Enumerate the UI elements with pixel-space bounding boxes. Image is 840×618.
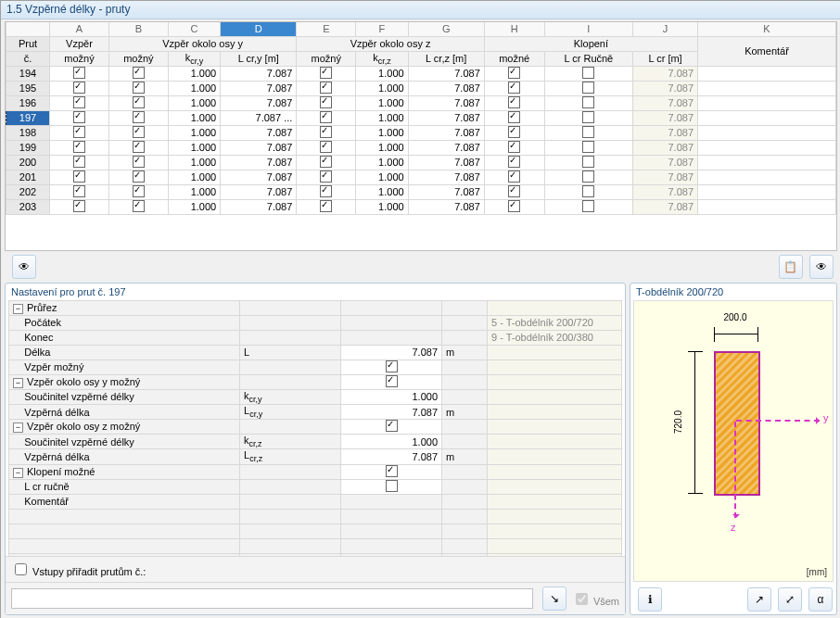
cell-mozny-y[interactable] [108,81,168,95]
cell-mozny-z[interactable] [297,66,356,81]
cell-komentar[interactable] [698,184,836,199]
cell-lcr-rucne[interactable] [544,66,632,81]
cell-mozny-z[interactable] [297,155,356,170]
detail-value[interactable] [341,494,442,509]
col-letter[interactable]: E [297,22,356,37]
table-row[interactable]: 1961.0007.0871.0007.0877.087 [6,95,836,110]
cell-lcrz[interactable]: 7.087 [408,184,484,199]
row-number[interactable]: 200 [6,155,50,170]
cell-klopeni-mozne[interactable] [484,184,544,199]
cell-kcrz[interactable]: 1.000 [356,95,408,110]
cell-komentar[interactable] [698,110,836,125]
cell-lcr-rucne[interactable] [544,95,632,110]
cell-kcrz[interactable]: 1.000 [356,170,408,184]
cell-mozny-y[interactable] [108,110,168,125]
cell-lcry[interactable]: 7.087 [221,184,297,199]
info-button[interactable]: ℹ [638,587,662,612]
cell-klopeni-mozne[interactable] [484,199,544,214]
cell-kcrz[interactable]: 1.000 [356,125,408,140]
col-letter[interactable]: K [698,22,836,37]
cell-lcry[interactable]: 7.087 [221,66,297,81]
cell-mozny-z[interactable] [297,199,356,214]
detail-value[interactable]: 7.087 [341,404,442,419]
col-letter[interactable]: D [221,22,297,37]
cell-mozny-y[interactable] [108,184,168,199]
cell-kcrz[interactable]: 1.000 [356,110,408,125]
col-letter[interactable]: F [356,22,408,37]
cell-mozny-z[interactable] [297,140,356,155]
detail-value[interactable]: 1.000 [341,435,442,449]
cell-mozny-y[interactable] [108,95,168,110]
cell-lcr-rucne[interactable] [544,199,632,214]
cell-kcry[interactable]: 1.000 [168,66,220,81]
cell-komentar[interactable] [698,125,836,140]
cell-mozny-z[interactable] [297,95,356,110]
cell-komentar[interactable] [698,66,836,81]
cell-lcry[interactable]: 7.087 [221,125,297,140]
table-row[interactable]: 1941.0007.0871.0007.0877.087 [6,66,836,81]
cell-vzper-mozny[interactable] [50,110,109,125]
row-number[interactable]: 194 [6,66,50,81]
col-letter[interactable]: I [544,22,632,37]
table-row[interactable]: 1971.0007.087 ...1.0007.0877.087 [6,110,836,125]
pick-members-button[interactable]: ↘ [542,586,566,611]
col-letter[interactable]: G [408,22,484,37]
cell-kcrz[interactable]: 1.000 [356,155,408,170]
cell-lcr-rucne[interactable] [544,184,632,199]
detail-value[interactable]: 7.087 [341,449,442,464]
cell-klopeni-mozne[interactable] [484,125,544,140]
cell-lcrz[interactable]: 7.087 [408,155,484,170]
cell-mozny-y[interactable] [108,170,168,184]
cell-lcry[interactable]: 7.087 [221,199,297,214]
cell-klopeni-mozne[interactable] [484,66,544,81]
cell-mozny-z[interactable] [297,125,356,140]
tree-toggle-icon[interactable]: − [13,378,23,388]
cell-vzper-mozny[interactable] [50,155,109,170]
cell-mozny-y[interactable] [108,199,168,214]
cell-kcry[interactable]: 1.000 [168,199,220,214]
detail-value[interactable]: 7.087 [341,345,442,359]
cell-klopeni-mozne[interactable] [484,155,544,170]
cell-vzper-mozny[interactable] [50,66,109,81]
table-row[interactable]: 2021.0007.0871.0007.0877.087 [6,184,836,199]
cell-kcry[interactable]: 1.000 [168,81,220,95]
cell-klopeni-mozne[interactable] [484,140,544,155]
cell-kcry[interactable]: 1.000 [168,155,220,170]
cell-vzper-mozny[interactable] [50,184,109,199]
row-number[interactable]: 198 [6,125,50,140]
col-letter[interactable]: C [168,22,220,37]
col-letter[interactable]: B [108,22,168,37]
cell-kcry[interactable]: 1.000 [168,110,220,125]
cell-komentar[interactable] [698,140,836,155]
cell-mozny-y[interactable] [108,125,168,140]
row-number[interactable]: 196 [6,95,50,110]
cell-lcrz[interactable]: 7.087 [408,125,484,140]
axis-x-button[interactable]: ↗ [747,587,771,612]
detail-value[interactable]: 1.000 [341,389,442,404]
tree-toggle-icon[interactable]: − [13,304,23,314]
cell-komentar[interactable] [698,170,836,184]
cell-vzper-mozny[interactable] [50,81,109,95]
table-row[interactable]: 2011.0007.0871.0007.0877.087 [6,170,836,184]
select-in-view-button[interactable]: 👁 [12,255,36,279]
cell-lcr-rucne[interactable] [544,110,632,125]
cell-klopeni-mozne[interactable] [484,81,544,95]
cell-lcrz[interactable]: 7.087 [408,140,484,155]
cell-kcry[interactable]: 1.000 [168,95,220,110]
cell-kcry[interactable]: 1.000 [168,140,220,155]
cell-mozny-z[interactable] [297,110,356,125]
col-letter[interactable]: J [633,22,698,37]
axis-toggle-button[interactable]: ⤢ [778,587,802,612]
table-row[interactable]: 1991.0007.0871.0007.0877.087 [6,140,836,155]
cell-lcry[interactable]: 7.087 [221,170,297,184]
assign-members-input[interactable] [11,588,533,609]
detail-value[interactable] [341,330,442,345]
row-number[interactable]: 202 [6,184,50,199]
export-button[interactable]: 📋 [779,255,803,279]
assign-checkbox[interactable] [15,563,27,575]
cell-lcry[interactable]: 7.087 [221,95,297,110]
table-row[interactable]: 2001.0007.0871.0007.0877.087 [6,155,836,170]
cell-kcrz[interactable]: 1.000 [356,140,408,155]
cell-mozny-z[interactable] [297,184,356,199]
col-letter[interactable]: H [484,22,544,37]
